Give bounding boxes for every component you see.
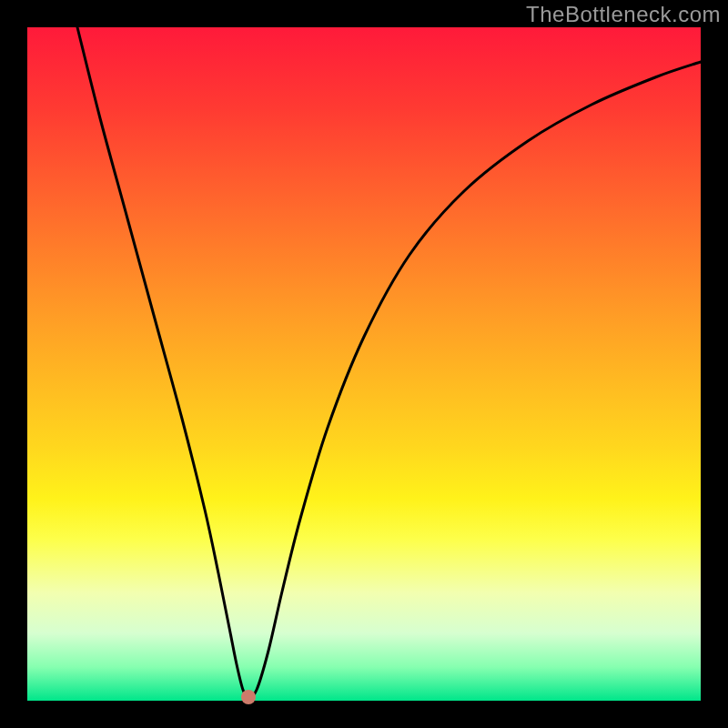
- minimum-marker: [241, 690, 256, 704]
- plot-area: [27, 27, 701, 701]
- curve-layer: [27, 27, 701, 701]
- watermark-text: TheBottleneck.com: [526, 2, 721, 27]
- bottleneck-curve: [77, 27, 701, 697]
- outer-frame: TheBottleneck.com: [0, 0, 728, 728]
